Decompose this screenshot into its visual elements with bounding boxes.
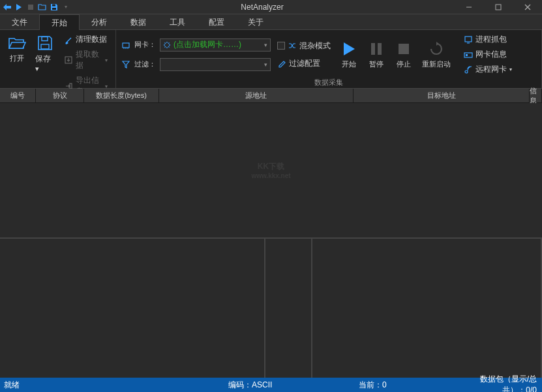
status-ready: 就绪 bbox=[0, 380, 228, 391]
extract-icon bbox=[64, 55, 73, 65]
status-bar: 就绪 编码：ASCII 当前：0 数据包（显示/总共）：0/0 bbox=[0, 378, 542, 392]
svg-rect-1 bbox=[52, 8, 56, 10]
filter-config-button[interactable]: 过滤配置 bbox=[275, 57, 333, 70]
svg-rect-7 bbox=[41, 44, 49, 49]
play-icon bbox=[340, 40, 358, 58]
chevron-down-icon: ▾ bbox=[264, 42, 267, 48]
menu-data[interactable]: 数据 bbox=[119, 14, 158, 30]
menu-bar: 文件 开始 分析 数据 工具 配置 关于 bbox=[0, 14, 542, 30]
pencil-icon bbox=[277, 59, 286, 68]
chevron-down-icon: ▾ bbox=[264, 61, 267, 68]
process-capture-button[interactable]: 进程抓包 bbox=[461, 33, 515, 46]
restart-button[interactable]: 重新启动 bbox=[419, 38, 453, 70]
menu-start[interactable]: 开始 bbox=[39, 14, 80, 30]
checkbox-icon bbox=[277, 42, 285, 50]
status-encoding: 编码：ASCII bbox=[228, 380, 359, 391]
col-len[interactable]: 数据长度(bytes) bbox=[84, 89, 159, 102]
promisc-toggle[interactable]: 混杂模式 bbox=[275, 39, 333, 53]
qa-save-icon[interactable] bbox=[50, 3, 59, 12]
filter-dropdown[interactable]: ▾ bbox=[160, 58, 271, 71]
clear-data-button[interactable]: 清理数据 bbox=[61, 33, 110, 46]
col-info[interactable]: 信息 bbox=[530, 89, 542, 102]
pause-button[interactable]: 暂停 bbox=[365, 38, 388, 70]
broom-icon bbox=[64, 35, 73, 44]
status-packets: 数据包（显示/总共）：0/0 bbox=[457, 374, 542, 392]
svg-line-20 bbox=[168, 46, 170, 48]
stop-icon bbox=[395, 40, 413, 58]
menu-config[interactable]: 配置 bbox=[197, 14, 236, 30]
svg-rect-28 bbox=[464, 53, 472, 57]
filter-icon bbox=[121, 60, 130, 69]
remote-icon bbox=[464, 65, 473, 74]
svg-rect-29 bbox=[466, 54, 468, 56]
qa-dropdown-icon[interactable]: ▾ bbox=[61, 3, 70, 12]
watermark: KK下载 www.kkx.net bbox=[251, 161, 290, 179]
menu-about[interactable]: 关于 bbox=[236, 14, 275, 30]
packet-grid-body[interactable]: KK下载 www.kkx.net bbox=[0, 103, 542, 237]
ribbon: 打开 保存 ▾ 清理数据 提取数据 bbox=[0, 30, 542, 89]
detail-pane-right[interactable] bbox=[312, 239, 542, 378]
detail-panes bbox=[0, 237, 542, 378]
group-capture-label: 数据采集 bbox=[121, 76, 536, 87]
stop-button[interactable]: 停止 bbox=[392, 38, 415, 70]
window-title: NetAnalyzer bbox=[70, 3, 454, 12]
qa-open-icon[interactable] bbox=[38, 3, 47, 12]
col-proto[interactable]: 协议 bbox=[36, 89, 84, 102]
save-button[interactable]: 保存 ▾ bbox=[33, 33, 57, 74]
menu-file[interactable]: 文件 bbox=[0, 14, 39, 30]
svg-line-21 bbox=[168, 42, 170, 44]
close-button[interactable] bbox=[513, 0, 542, 14]
nic-info-button[interactable]: 网卡信息 bbox=[461, 48, 515, 61]
svg-rect-23 bbox=[371, 43, 375, 55]
svg-line-22 bbox=[165, 46, 166, 48]
pause-icon bbox=[367, 40, 385, 58]
svg-rect-25 bbox=[399, 44, 409, 54]
save-label: 保存 ▾ bbox=[35, 53, 55, 73]
loading-icon bbox=[163, 41, 171, 49]
svg-rect-8 bbox=[42, 37, 48, 41]
svg-rect-0 bbox=[28, 5, 33, 10]
col-src[interactable]: 源地址 bbox=[159, 89, 354, 102]
save-icon bbox=[36, 34, 54, 52]
start-button[interactable]: 开始 bbox=[337, 38, 361, 70]
detail-pane-mid[interactable] bbox=[265, 239, 312, 378]
packet-grid-header: 编号 协议 数据长度(bytes) 源地址 目标地址 信息 bbox=[0, 89, 542, 103]
extract-data-button[interactable]: 提取数据 ▾ bbox=[61, 48, 110, 72]
svg-rect-11 bbox=[123, 43, 129, 48]
app-icon bbox=[3, 3, 12, 12]
svg-rect-2 bbox=[52, 4, 55, 6]
svg-rect-4 bbox=[496, 5, 501, 10]
minimize-button[interactable] bbox=[454, 0, 483, 14]
shuffle-icon bbox=[288, 41, 297, 50]
svg-rect-26 bbox=[465, 37, 472, 42]
detail-pane-left[interactable] bbox=[0, 239, 265, 378]
menu-tools[interactable]: 工具 bbox=[158, 14, 197, 30]
svg-rect-24 bbox=[378, 43, 382, 55]
maximize-button[interactable] bbox=[483, 0, 513, 14]
open-button[interactable]: 打开 bbox=[5, 33, 29, 65]
svg-point-30 bbox=[465, 70, 468, 73]
col-dst[interactable]: 目标地址 bbox=[354, 89, 530, 102]
nic-icon bbox=[121, 40, 130, 50]
restart-icon bbox=[427, 40, 445, 58]
process-icon bbox=[464, 35, 473, 44]
svg-line-19 bbox=[165, 42, 166, 44]
open-label: 打开 bbox=[10, 53, 24, 63]
status-current: 当前：0 bbox=[359, 380, 457, 391]
folder-open-icon bbox=[8, 34, 26, 52]
filter-field-label: 过滤： bbox=[134, 59, 156, 69]
card-icon bbox=[464, 50, 473, 59]
qa-stop-icon[interactable] bbox=[26, 3, 35, 12]
qa-play-icon[interactable] bbox=[14, 3, 23, 12]
remote-nic-button[interactable]: 远程网卡 ▾ bbox=[461, 63, 515, 76]
svg-rect-10 bbox=[70, 83, 72, 89]
nic-dropdown[interactable]: (点击加载网卡……) ▾ bbox=[160, 38, 271, 52]
col-num[interactable]: 编号 bbox=[0, 89, 36, 102]
nic-field-label: 网卡： bbox=[134, 40, 156, 50]
menu-analyze[interactable]: 分析 bbox=[80, 14, 119, 30]
